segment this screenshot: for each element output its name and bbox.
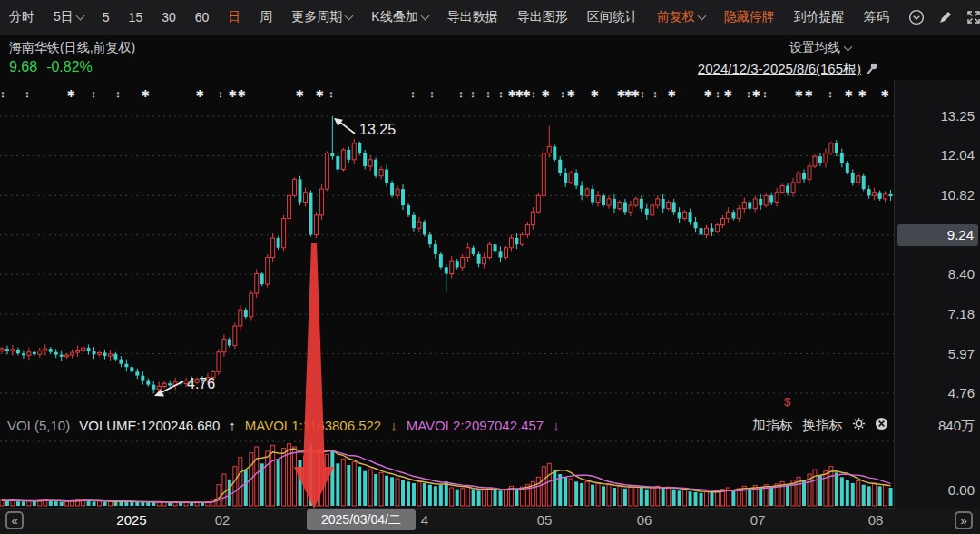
toolbar-item-label: 60	[195, 10, 210, 25]
date-range-text: 2024/12/3-2025/8/6(165根)	[698, 61, 861, 78]
price-change-percent: -0.82%	[46, 59, 93, 75]
price-axis: 9.24 840万 0.00 13.2512.0410.828.407.185.…	[894, 80, 980, 509]
toolbar-item-10[interactable]: 导出数据	[447, 9, 498, 25]
gear-icon[interactable]	[852, 417, 866, 433]
pen-icon[interactable]	[938, 10, 953, 25]
date-range-link[interactable]: 2024/12/3-2025/8/6(165根)	[698, 61, 878, 78]
indicator-actions: 加指标 换指标	[752, 417, 888, 434]
time-axis-label: 05	[537, 512, 553, 528]
toolbar-item-label: 到价提醒	[794, 9, 845, 25]
chevron-down-icon	[75, 11, 84, 20]
time-axis-label: 4	[421, 512, 428, 528]
chevron-down-icon	[345, 11, 354, 20]
price-axis-label: 5.97	[948, 346, 975, 362]
fullscreen-icon[interactable]	[966, 10, 980, 25]
toolbar-item-3[interactable]: 15	[129, 10, 143, 25]
price-axis-label: 13.25	[940, 108, 975, 124]
toolbar-item-label: 导出数据	[447, 9, 498, 25]
time-axis-label: 2025	[116, 512, 146, 528]
candlestick-chart-area[interactable]	[0, 80, 894, 413]
stock-chart-app: 分时5日5153060日周更多周期K线叠加导出数据导出图形区间统计前复权隐藏停牌…	[0, 0, 980, 534]
toolbar-right-icons	[908, 9, 980, 25]
toolbar-item-label: 前复权	[657, 9, 695, 25]
toolbar-item-label: 隐藏停牌	[724, 9, 775, 25]
close-indicator-icon[interactable]	[875, 417, 888, 433]
toolbar-item-2[interactable]: 5	[103, 10, 110, 25]
pin-icon[interactable]	[865, 62, 878, 78]
toolbar-item-1[interactable]: 5日	[54, 9, 83, 25]
toolbar-item-label: 5日	[54, 9, 74, 25]
time-axis-label: 08	[868, 512, 884, 528]
mavol2-line	[2, 450, 891, 502]
scroll-left-button[interactable]: «	[5, 511, 24, 529]
ma-settings-button[interactable]: 设置均线	[789, 40, 851, 56]
toolbar-item-12[interactable]: 区间统计	[587, 9, 638, 25]
mavol1-direction-arrow: ↓	[390, 418, 397, 433]
toolbar-item-11[interactable]: 导出图形	[517, 9, 568, 25]
volume-series	[0, 444, 893, 506]
toolbar-item-13[interactable]: 前复权	[657, 9, 705, 25]
toolbar-item-15[interactable]: 到价提醒	[794, 9, 845, 25]
price-axis-label: 7.18	[948, 306, 975, 322]
price-row: 9.68 -0.82%	[9, 59, 93, 75]
volume-axis-min: 0.00	[948, 482, 975, 499]
toolbar-item-5[interactable]: 60	[195, 10, 210, 25]
current-price-badge: 9.24	[897, 224, 978, 246]
toolbar-item-label: K线叠加	[371, 9, 417, 25]
vol-indicator-name[interactable]: VOL(5,10)	[7, 418, 70, 433]
toolbar-item-label: 5	[103, 10, 110, 25]
toolbar: 分时5日5153060日周更多周期K线叠加导出数据导出图形区间统计前复权隐藏停牌…	[0, 0, 980, 35]
ma-settings-label: 设置均线	[789, 40, 840, 56]
scroll-right-button[interactable]: »	[955, 511, 973, 529]
page-title: 海南华铁(日线,前复权)	[9, 40, 135, 56]
add-indicator-button[interactable]: 加指标	[752, 417, 793, 434]
mavol2-value: MAVOL2:2097042.457	[407, 418, 544, 433]
time-axis-label: 02	[215, 512, 230, 528]
chevron-down-icon	[697, 11, 706, 20]
toolbar-item-16[interactable]: 筹码	[864, 9, 889, 25]
chevron-down-icon	[420, 11, 429, 20]
toolbar-item-label: 区间统计	[587, 9, 638, 25]
price-axis-label: 12.04	[940, 147, 975, 163]
price-axis-label: 4.76	[948, 385, 975, 401]
toolbar-item-4[interactable]: 30	[162, 10, 176, 25]
time-axis-label: 07	[750, 512, 766, 528]
time-axis-label: 06	[637, 512, 652, 528]
toolbar-item-label: 15	[129, 10, 143, 25]
toolbar-item-label: 分时	[9, 9, 34, 25]
toolbar-item-8[interactable]: 更多周期	[291, 9, 352, 25]
switch-indicator-button[interactable]: 换指标	[802, 417, 843, 434]
toolbar-item-label: 筹码	[864, 9, 889, 25]
price-axis-label: 10.82	[940, 187, 975, 203]
history-dropdown-icon[interactable]	[908, 9, 925, 25]
toolbar-item-label: 导出图形	[517, 9, 568, 25]
time-axis: « » 202502405060708	[0, 508, 980, 534]
volume-direction-arrow: ↑	[229, 418, 236, 433]
toolbar-item-9[interactable]: K线叠加	[371, 9, 427, 25]
toolbar-item-0[interactable]: 分时	[9, 9, 34, 25]
volume-value: VOLUME:1200246.680	[79, 418, 220, 433]
volume-indicator-row: VOL(5,10) VOLUME:1200246.680 ↑ MAVOL1:11…	[0, 413, 894, 437]
toolbar-item-7[interactable]: 周	[260, 9, 272, 25]
date-tooltip: 2025/03/04/二	[307, 509, 416, 530]
mavol2-direction-arrow: ↓	[553, 418, 560, 433]
toolbar-item-label: 日	[228, 9, 240, 25]
toolbar-item-label: 30	[162, 10, 176, 25]
mavol1-value: MAVOL1:1163806.522	[245, 418, 381, 433]
toolbar-item-6[interactable]: 日	[228, 9, 240, 25]
toolbar-item-label: 周	[260, 9, 272, 25]
toolbar-item-label: 更多周期	[291, 9, 342, 25]
price-axis-label: 8.40	[948, 266, 975, 282]
mavol1-line	[2, 449, 891, 502]
toolbar-item-14[interactable]: 隐藏停牌	[724, 9, 775, 25]
last-price: 9.68	[9, 59, 37, 75]
volume-axis-max: 840万	[938, 418, 975, 434]
chevron-down-icon	[844, 42, 853, 51]
